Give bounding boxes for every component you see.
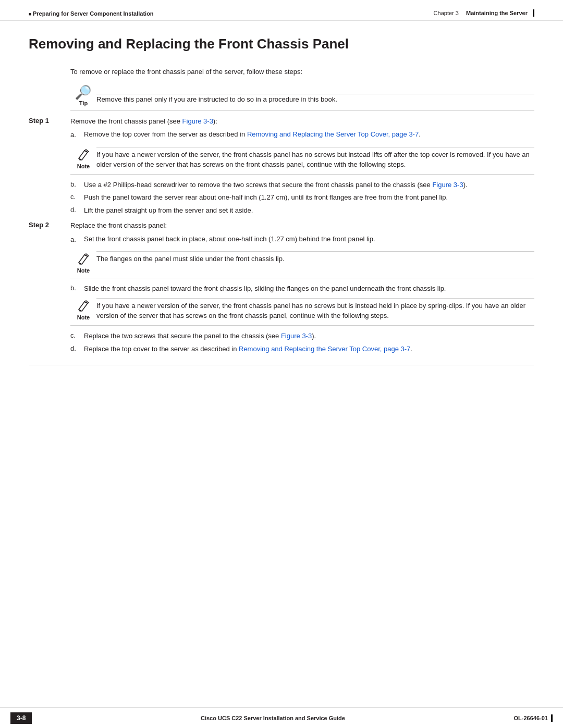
step-2d-label: d.	[70, 344, 84, 352]
note-2-text: The flanges on the panel must slide unde…	[96, 255, 285, 263]
header-left: Preparing for Server Component Installat…	[29, 9, 154, 17]
page-wrapper: Preparing for Server Component Installat…	[0, 0, 563, 728]
note-1-label: Note	[77, 163, 90, 169]
step-1b-content: Use a #2 Phillips-head screwdriver to re…	[84, 180, 534, 190]
server-top-cover-link-1[interactable]: Removing and Replacing the Server Top Co…	[247, 130, 419, 138]
pencil-icon-2	[76, 252, 91, 267]
figure-3-3-link-1[interactable]: Figure 3-3	[182, 117, 213, 125]
note-2-icon-col: Note	[70, 251, 96, 274]
note-1-text: If you have a newer version of the serve…	[96, 151, 530, 169]
header-right: Chapter 3 Maintaining the Server	[434, 9, 534, 17]
step-1a-block: a. Remove the top cover from the server …	[70, 129, 534, 140]
step-2a-block: a. Set the front chassis panel back in p…	[70, 234, 534, 245]
page-header: Preparing for Server Component Installat…	[0, 0, 563, 20]
intro-text: To remove or replace the front chassis p…	[70, 67, 534, 77]
note-3-block: Note If you have a newer version of the …	[70, 298, 534, 326]
bottom-rule	[29, 365, 534, 365]
step-1-substeps-bcd: b. Use a #2 Phillips-head screwdriver to…	[70, 180, 534, 216]
step-2c-block: c. Replace the two screws that secure th…	[70, 331, 534, 341]
footer-right-text: OL-26646-01	[514, 714, 553, 722]
pencil-icon-1	[76, 148, 91, 163]
chapter-title: Maintaining the Server	[466, 10, 528, 16]
step-2c-label: c.	[70, 331, 84, 339]
note-2-content: The flanges on the panel must slide unde…	[96, 251, 534, 264]
note-3-content: If you have a newer version of the serve…	[96, 298, 534, 321]
step-1-label: Step 1	[29, 116, 70, 125]
tip-label: Tip	[79, 100, 88, 106]
note-2-divider	[96, 251, 534, 252]
step-1-content: Remove the front chassis panel (see Figu…	[70, 116, 534, 143]
page-title: Removing and Replacing the Front Chassis…	[29, 36, 534, 52]
note-1-content: If you have a newer version of the serve…	[96, 147, 534, 170]
note-3-icon-col: Note	[70, 298, 96, 320]
note-2-block: Note The flanges on the panel must slide…	[70, 251, 534, 278]
step-2-content: Replace the front chassis panel: a. Set …	[70, 220, 534, 247]
footer-right-bar	[551, 714, 553, 722]
footer-doc-number: OL-26646-01	[514, 715, 548, 721]
step-1c-label: c.	[70, 192, 84, 201]
step-1d-content: Lift the panel straight up from the serv…	[84, 205, 534, 216]
footer-page-number: 3-8	[10, 712, 32, 724]
tip-magnifier-icon: 🔍	[75, 85, 92, 99]
note-1-divider	[96, 147, 534, 147]
step-2a-content: Set the front chassis panel back in plac…	[84, 234, 534, 244]
page-footer: 3-8 Cisco UCS C22 Server Installation an…	[0, 708, 563, 728]
figure-3-3-link-2[interactable]: Figure 3-3	[432, 181, 463, 189]
step-1a-content: Remove the top cover from the server as …	[84, 129, 534, 140]
tip-text: Remove this panel only if you are instru…	[96, 95, 337, 103]
step-2-substep-b-wrapper: b. Slide the front chassis panel toward …	[70, 283, 534, 294]
step-2a-label: a.	[70, 234, 84, 245]
step-2d-content: Replace the top cover to the server as d…	[84, 344, 534, 354]
note-3-label: Note	[77, 314, 90, 320]
step-1a-label: a.	[70, 129, 84, 140]
server-top-cover-link-2[interactable]: Removing and Replacing the Server Top Co…	[239, 345, 410, 353]
header-chapter-info: Chapter 3 Maintaining the Server	[434, 9, 534, 17]
step-2c-content: Replace the two screws that secure the p…	[84, 331, 534, 341]
step-2b-block: b. Slide the front chassis panel toward …	[70, 283, 534, 294]
step-1b-label: b.	[70, 180, 84, 188]
step-2-substep-a: a. Set the front chassis panel back in p…	[70, 234, 534, 245]
step-2-substeps-cd: c. Replace the two screws that secure th…	[70, 331, 534, 354]
step-1b-block: b. Use a #2 Phillips-head screwdriver to…	[70, 180, 534, 190]
step-2-label: Step 2	[29, 220, 70, 229]
figure-3-3-link-3[interactable]: Figure 3-3	[281, 332, 312, 340]
pencil-icon-3	[76, 299, 91, 314]
step-1d-label: d.	[70, 205, 84, 214]
step-2b-content: Slide the front chassis panel toward the…	[84, 283, 534, 294]
header-bar-decoration	[533, 9, 534, 17]
step-2d-block: d. Replace the top cover to the server a…	[70, 344, 534, 354]
main-content: Removing and Replacing the Front Chassis…	[0, 20, 563, 708]
tip-divider	[96, 94, 534, 94]
note-3-divider	[96, 298, 534, 299]
note-3-text: If you have a newer version of the serve…	[96, 302, 525, 320]
footer-center-text: Cisco UCS C22 Server Installation and Se…	[201, 715, 345, 721]
step-2b-label: b.	[70, 283, 84, 292]
step-1-text: Remove the front chassis panel (see Figu…	[70, 117, 217, 125]
step-1-block: Step 1 Remove the front chassis panel (s…	[29, 116, 534, 143]
chapter-label: Chapter 3	[434, 10, 459, 16]
step-1c-block: c. Push the panel toward the server rear…	[70, 192, 534, 203]
note-1-block: Note If you have a newer version of the …	[70, 147, 534, 175]
tip-content: Remove this panel only if you are instru…	[96, 84, 534, 105]
step-1-substeps: a. Remove the top cover from the server …	[70, 129, 534, 140]
step-1d-block: d. Lift the panel straight up from the s…	[70, 205, 534, 216]
step-1c-content: Push the panel toward the server rear ab…	[84, 192, 534, 203]
header-breadcrumb: Preparing for Server Component Installat…	[33, 10, 154, 17]
tip-icon-col: 🔍 Tip	[70, 84, 96, 106]
note-1-icon-col: Note	[70, 147, 96, 169]
tip-block: 🔍 Tip Remove this panel only if you are …	[70, 84, 534, 111]
step-2-block: Step 2 Replace the front chassis panel: …	[29, 220, 534, 247]
note-2-label: Note	[77, 267, 90, 274]
step-2-text: Replace the front chassis panel:	[70, 221, 167, 229]
